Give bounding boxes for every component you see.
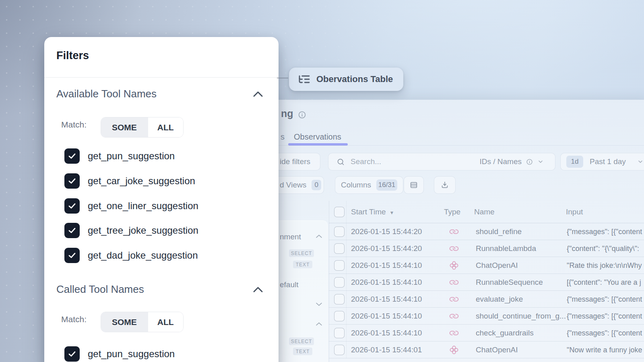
tabbar-divider — [258, 145, 644, 146]
observation-type-icon — [450, 312, 458, 321]
match-option-all[interactable]: ALL — [148, 312, 183, 332]
row-checkbox[interactable] — [334, 294, 345, 304]
search-icon — [336, 158, 345, 166]
tool-name-label: get_tree_joke_suggestion — [88, 225, 198, 236]
table-row[interactable]: 2026-01-15 15:44:10 should_continue_from… — [329, 308, 644, 325]
match-option-some[interactable]: SOME — [101, 117, 148, 137]
row-checkbox[interactable] — [334, 277, 345, 288]
checkbox-checked[interactable] — [64, 223, 80, 238]
table-row[interactable]: 2026-01-15 15:44:10 check_guardrails {"m… — [329, 325, 644, 341]
cell-input: {"messages": [{"content — [567, 325, 642, 341]
saved-views-label: d Views — [280, 181, 306, 189]
export-button[interactable] — [434, 176, 456, 194]
columns-count-badge: 16/31 — [376, 179, 397, 191]
match-toggle: SOME ALL — [101, 117, 184, 138]
chevron-up-icon[interactable] — [316, 322, 322, 326]
observation-type-icon — [450, 295, 458, 304]
observation-type-icon — [450, 278, 458, 287]
chevron-up-icon[interactable] — [253, 286, 263, 293]
tab-traces-fragment[interactable]: s — [281, 132, 285, 142]
column-type-badge: SELECT — [289, 337, 314, 345]
cell-name: RunnableSequence — [476, 274, 543, 291]
search-input[interactable]: Search... IDs / Names — [328, 153, 555, 171]
table-row[interactable]: 2026-01-15 15:44:10 ChatOpenAI "Rate thi… — [329, 257, 644, 274]
select-all-checkbox[interactable] — [334, 207, 345, 217]
columns-button[interactable]: Columns 16/31 — [335, 176, 403, 194]
observation-type-icon — [450, 346, 458, 354]
list-tree-icon — [298, 73, 311, 86]
row-checkbox[interactable] — [334, 260, 345, 271]
cell-input: "Now write a funny joke — [567, 341, 642, 358]
row-checkbox[interactable] — [334, 345, 345, 355]
row-height-button[interactable] — [404, 176, 424, 194]
cell-name: should_refine — [476, 223, 522, 240]
column-type-badge: TEXT — [293, 261, 312, 268]
observation-type-icon — [450, 227, 458, 236]
column-header-input[interactable]: Input — [566, 201, 583, 223]
checkbox-checked[interactable] — [64, 346, 80, 362]
observations-table-pill[interactable]: Obervations Table — [289, 68, 403, 91]
search-scope-dropdown[interactable]: IDs / Names — [479, 157, 544, 166]
info-icon — [298, 111, 306, 119]
pill-label: Obervations Table — [316, 74, 393, 84]
cell-start-time: 2026-01-15 15:44:10 — [351, 291, 422, 308]
match-label: Match: — [61, 114, 87, 135]
table-row[interactable]: 2026-01-15 15:44:20 should_refine {"mess… — [329, 223, 644, 240]
match-option-some[interactable]: SOME — [101, 312, 148, 332]
table-row[interactable]: 2026-01-15 15:44:10 RunnableSequence [{"… — [329, 274, 644, 291]
checkbox-checked[interactable] — [64, 148, 80, 164]
download-icon — [440, 181, 449, 189]
list-item[interactable]: get_tree_joke_suggestion — [64, 222, 198, 239]
cell-start-time: 2026-01-15 15:44:10 — [351, 257, 422, 274]
row-checkbox[interactable] — [334, 243, 345, 254]
column-header-start-time[interactable]: Start Time — [351, 201, 394, 224]
column-header-name[interactable]: Name — [474, 201, 495, 223]
match-option-all[interactable]: ALL — [148, 117, 183, 137]
chevron-up-icon[interactable] — [316, 234, 322, 239]
match-label: Match: — [61, 309, 87, 330]
checkbox-checked[interactable] — [64, 173, 80, 189]
saved-views-count-badge: 0 — [312, 180, 321, 190]
info-icon — [526, 158, 533, 165]
screenshot-stage: ng s Observations ide filters Search... … — [0, 0, 644, 362]
filters-dialog: Filters Available Tool Names Match: SOME… — [44, 37, 279, 362]
table-row[interactable]: 2026-01-15 15:44:01 ChatOpenAI "Now writ… — [329, 341, 644, 358]
list-item[interactable]: get_car_joke_suggestion — [64, 173, 195, 189]
tab-observations[interactable]: Observations — [294, 132, 341, 142]
checkbox-checked[interactable] — [64, 248, 80, 263]
page-title-fragment: ng — [281, 108, 293, 119]
time-range-dropdown[interactable]: 1d Past 1 day — [560, 153, 644, 171]
cell-start-time: 2026-01-15 15:44:20 — [351, 240, 422, 257]
list-item[interactable]: get_dad_joke_suggestion — [64, 247, 198, 263]
list-item[interactable]: get_pun_suggestion — [64, 148, 175, 164]
section-header-called-tool-names[interactable]: Called Tool Names — [56, 283, 144, 296]
filter-value-fragment: efault — [280, 280, 298, 289]
row-checkbox[interactable] — [334, 226, 345, 237]
divider — [44, 77, 279, 78]
filters-title: Filters — [56, 49, 89, 62]
row-checkbox[interactable] — [334, 328, 345, 338]
list-item[interactable]: get_pun_suggestion — [64, 346, 175, 362]
chevron-down-icon[interactable] — [316, 302, 322, 306]
table-row[interactable]: 2026-01-15 15:44:10 evaluate_joke {"mess… — [329, 291, 644, 308]
cell-start-time: 2026-01-15 15:44:01 — [351, 341, 422, 358]
columns-label: Columns — [341, 181, 371, 189]
match-toggle: SOME ALL — [101, 312, 184, 332]
cell-name: ChatOpenAI — [476, 257, 518, 274]
chevron-up-icon[interactable] — [253, 91, 263, 97]
observation-type-icon — [450, 244, 458, 253]
section-header-available-tool-names[interactable]: Available Tool Names — [56, 88, 157, 100]
cell-start-time: 2026-01-15 15:44:20 — [351, 223, 422, 240]
column-type-badge: TEXT — [293, 348, 312, 355]
table-row[interactable]: 2026-01-15 15:44:20 RunnableLambda {"con… — [329, 240, 644, 257]
cell-name: should_continue_from_g... — [476, 308, 566, 325]
cell-input: {"messages": [{"content — [567, 223, 642, 240]
filter-row-fragment: nment — [280, 232, 301, 241]
column-header-type[interactable]: Type — [444, 201, 460, 223]
column-type-badge: SELECT — [289, 249, 314, 257]
checkbox-checked[interactable] — [64, 198, 80, 214]
row-checkbox[interactable] — [334, 311, 345, 321]
list-item[interactable]: get_one_liner_suggestion — [64, 198, 198, 214]
cell-input: {"messages": [{"content — [567, 291, 642, 308]
chevron-down-icon — [637, 158, 644, 165]
